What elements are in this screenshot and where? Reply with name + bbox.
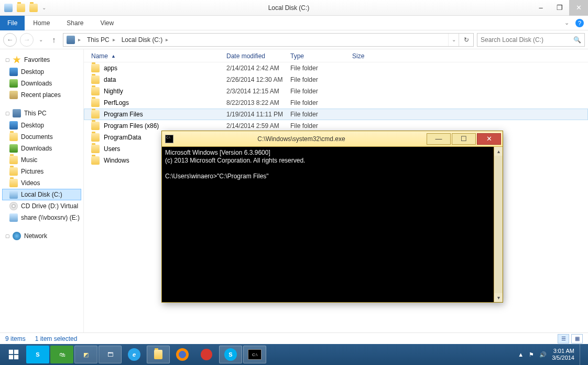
- scroll-up-icon[interactable]: ▴: [494, 147, 503, 156]
- qat-dropdown-icon[interactable]: ⌄: [42, 5, 46, 10]
- file-row[interactable]: apps2/14/2014 2:42 AMFile folder: [84, 62, 588, 74]
- cmd-close-button[interactable]: ✕: [477, 133, 501, 145]
- taskbar-app2[interactable]: 🗔: [99, 346, 122, 363]
- sidebar-item-music[interactable]: Music: [2, 154, 81, 166]
- tray-clock[interactable]: 3:01 AM 3/5/2014: [552, 348, 574, 361]
- tray-flag-icon[interactable]: ⚑: [529, 351, 534, 358]
- history-dropdown-icon[interactable]: ⌄: [37, 37, 45, 42]
- maximize-button[interactable]: ❐: [550, 0, 569, 16]
- file-date: 8/22/2013 8:22 AM: [226, 99, 290, 106]
- file-row[interactable]: Nightly2/3/2014 12:15 AMFile folder: [84, 85, 588, 97]
- folder-icon: [91, 99, 100, 107]
- address-bar[interactable]: ▸ This PC▸ Local Disk (C:)▸ ⌄ ↻: [63, 33, 474, 47]
- sidebar-item-pictures[interactable]: Pictures: [2, 166, 81, 177]
- sidebar-favorites[interactable]: ▢Favorites: [2, 53, 81, 66]
- search-input[interactable]: [481, 36, 573, 44]
- folder-icon: [91, 76, 100, 84]
- sidebar-item-documents[interactable]: Documents: [2, 131, 81, 143]
- col-size[interactable]: Size: [352, 52, 394, 60]
- col-type[interactable]: Type: [290, 52, 352, 60]
- sidebar-item-share[interactable]: share (\\vboxsrv) (E:): [2, 212, 81, 223]
- ribbon-tabs: File Home Share View ⌄ ?: [0, 16, 588, 30]
- view-tab[interactable]: View: [92, 16, 122, 30]
- desktop-icon: [9, 68, 18, 76]
- show-desktop-button[interactable]: [580, 344, 583, 365]
- back-button[interactable]: ←: [3, 33, 17, 47]
- tray-volume-icon[interactable]: 🔊: [539, 351, 547, 358]
- sidebar-item-downloads[interactable]: Downloads: [2, 78, 81, 89]
- folder-icon: [91, 122, 100, 130]
- new-folder-icon[interactable]: [17, 4, 25, 12]
- sidebar-this-pc[interactable]: ▢This PC: [2, 107, 81, 120]
- forward-button[interactable]: →: [20, 33, 34, 47]
- window-title: Local Disk (C:): [46, 4, 531, 12]
- downloads-icon: [9, 79, 18, 88]
- sidebar-item-local-disk[interactable]: Local Disk (C:): [2, 189, 81, 200]
- close-button[interactable]: ✕: [569, 0, 588, 16]
- pc-icon: [13, 109, 21, 117]
- cmd-window[interactable]: C:\Windows\system32\cmd.exe — ☐ ✕ Micros…: [161, 131, 503, 303]
- expand-ribbon-icon[interactable]: ⌄: [564, 19, 569, 26]
- nav-row: ← → ⌄ ↑ ▸ This PC▸ Local Disk (C:)▸ ⌄ ↻ …: [0, 30, 588, 49]
- taskbar-store[interactable]: 🛍: [50, 346, 73, 363]
- up-button[interactable]: ↑: [48, 35, 60, 44]
- file-type: File folder: [290, 99, 352, 106]
- address-dropdown-icon[interactable]: ⌄: [448, 34, 459, 46]
- scroll-down-icon[interactable]: ▾: [494, 293, 503, 302]
- home-tab[interactable]: Home: [25, 16, 58, 30]
- file-name: ProgramData: [104, 134, 141, 141]
- file-row[interactable]: Program Files1/19/2014 11:11 PMFile fold…: [84, 109, 588, 120]
- taskbar-firefox[interactable]: [171, 346, 194, 363]
- sidebar-item-cd-drive[interactable]: CD Drive (D:) Virtual: [2, 200, 81, 212]
- view-details-button[interactable]: ☰: [558, 334, 569, 343]
- open-folder-icon[interactable]: [29, 4, 38, 12]
- start-button[interactable]: [2, 346, 25, 363]
- svg-rect-4: [14, 355, 18, 359]
- network-icon: [13, 232, 21, 240]
- file-date: 2/14/2014 2:42 AM: [226, 65, 290, 72]
- sidebar-item-pc-desktop[interactable]: Desktop: [2, 120, 81, 131]
- search-box[interactable]: 🔍: [477, 33, 585, 47]
- cmd-scrollbar[interactable]: ▴ ▾: [494, 147, 503, 302]
- pc-icon: [67, 36, 75, 44]
- cmd-maximize-button[interactable]: ☐: [452, 133, 476, 145]
- sidebar-network[interactable]: ▢Network: [2, 230, 81, 242]
- sidebar-item-recent[interactable]: Recent places: [2, 89, 81, 101]
- sidebar-item-desktop[interactable]: Desktop: [2, 66, 81, 78]
- svg-rect-2: [14, 350, 18, 354]
- share-tab[interactable]: Share: [58, 16, 92, 30]
- tray-up-icon[interactable]: ▲: [518, 351, 524, 358]
- sidebar-item-pc-downloads[interactable]: Downloads: [2, 143, 81, 154]
- breadcrumb-current[interactable]: Local Disk (C:): [122, 36, 163, 44]
- help-icon[interactable]: ?: [575, 19, 584, 27]
- breadcrumb-this-pc[interactable]: This PC: [87, 36, 110, 44]
- explorer-titlebar: ⌄ Local Disk (C:) – ❐ ✕: [0, 0, 588, 16]
- taskbar-app1[interactable]: ◩: [74, 346, 97, 363]
- status-selected: 1 item selected: [35, 335, 78, 342]
- file-date: 2/26/2014 12:30 AM: [226, 76, 290, 83]
- sidebar-item-videos[interactable]: Videos: [2, 177, 81, 189]
- file-row[interactable]: data2/26/2014 12:30 AMFile folder: [84, 74, 588, 85]
- file-row[interactable]: Program Files (x86)2/14/2014 2:59 AMFile…: [84, 120, 588, 132]
- cmd-minimize-button[interactable]: —: [427, 133, 451, 145]
- netdrive-icon: [9, 213, 18, 222]
- file-tab[interactable]: File: [0, 16, 25, 30]
- folder-icon: [9, 133, 18, 141]
- folder-icon: [91, 133, 100, 142]
- view-icons-button[interactable]: ▦: [571, 334, 583, 343]
- taskbar-skype[interactable]: S: [219, 346, 242, 363]
- col-date[interactable]: Date modified: [226, 52, 290, 60]
- taskbar-explorer[interactable]: [147, 346, 170, 363]
- file-row[interactable]: PerfLogs8/22/2013 8:22 AMFile folder: [84, 97, 588, 109]
- search-icon[interactable]: 🔍: [573, 36, 581, 44]
- refresh-button[interactable]: ↻: [459, 34, 473, 46]
- col-name[interactable]: Name▲: [91, 52, 226, 60]
- file-date: 2/3/2014 12:15 AM: [226, 88, 290, 95]
- taskbar-skype-tile[interactable]: S: [26, 346, 49, 363]
- taskbar-cmd[interactable]: C:\: [243, 346, 266, 363]
- minimize-button[interactable]: –: [531, 0, 550, 16]
- cmd-titlebar[interactable]: C:\Windows\system32\cmd.exe — ☐ ✕: [162, 131, 503, 147]
- taskbar-opera[interactable]: [195, 346, 218, 363]
- taskbar-ie[interactable]: e: [123, 346, 146, 363]
- cmd-terminal[interactable]: Microsoft Windows [Version 6.3.9600] (c)…: [162, 147, 503, 302]
